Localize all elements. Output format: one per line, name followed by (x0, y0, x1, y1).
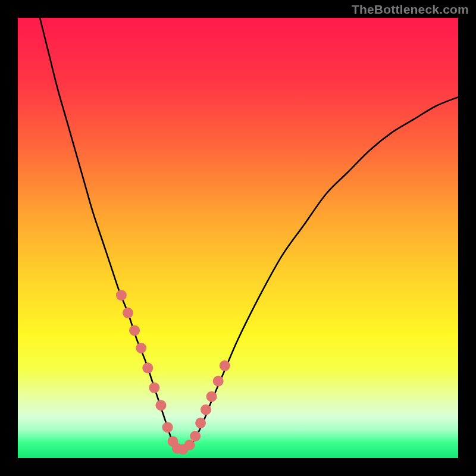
marker-group (116, 290, 230, 455)
curve-marker (201, 405, 211, 415)
curve-marker (220, 361, 230, 371)
curve-marker (195, 418, 206, 428)
curve-marker (206, 391, 217, 402)
curve-marker (190, 431, 201, 441)
curve-marker (123, 308, 133, 318)
curve-layer (18, 18, 458, 458)
curve-marker (142, 362, 153, 373)
curve-marker (156, 400, 167, 411)
curve-marker (136, 343, 146, 353)
curve-marker (149, 383, 159, 393)
curve-marker (116, 290, 127, 300)
curve-marker (213, 376, 224, 387)
curve-marker (184, 440, 195, 450)
bottleneck-curve (40, 18, 458, 450)
watermark-text: TheBottleneck.com (352, 2, 469, 17)
curve-marker (162, 422, 173, 433)
plot-area (18, 18, 458, 458)
curve-marker (129, 325, 140, 336)
chart-frame: TheBottleneck.com (0, 0, 476, 476)
